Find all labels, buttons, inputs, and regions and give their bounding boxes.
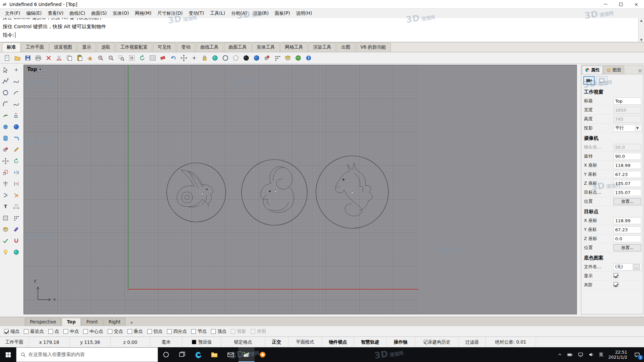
- new-file-icon[interactable]: [3, 54, 11, 62]
- help-icon[interactable]: ?: [304, 54, 313, 62]
- menu-item-edit[interactable]: 编辑(E): [23, 9, 45, 18]
- volume-icon[interactable]: [586, 347, 597, 362]
- array-tool-icon[interactable]: [11, 213, 21, 223]
- control-points-icon[interactable]: [190, 54, 199, 62]
- viewport-tab-perspective[interactable]: Perspective: [25, 318, 61, 326]
- osnap-point-checkbox[interactable]: [48, 329, 53, 334]
- osnap-project[interactable]: 投影: [231, 328, 246, 335]
- rabbit-medallion[interactable]: [177, 170, 213, 207]
- osnap-vertex-checkbox[interactable]: [211, 329, 216, 334]
- toolbar-tab-visibility[interactable]: 可见性: [153, 43, 176, 52]
- osnap-perp[interactable]: 垂点: [127, 328, 143, 335]
- print-icon[interactable]: [34, 54, 43, 62]
- osnap-cen-checkbox[interactable]: [83, 329, 88, 334]
- edge-icon[interactable]: [190, 347, 206, 362]
- gear-icon[interactable]: [1, 145, 10, 154]
- command-scrollbar[interactable]: ▲ ▼: [638, 18, 644, 42]
- toolbar-tab-set-view[interactable]: 设置视图: [49, 43, 77, 52]
- osnap-quad-checkbox[interactable]: [167, 329, 172, 334]
- osnap-near-checkbox[interactable]: [24, 329, 29, 334]
- status-osnap[interactable]: 物件锁点: [322, 337, 354, 347]
- menu-item-panels[interactable]: 面板(P): [272, 9, 293, 18]
- fillet-icon[interactable]: [1, 99, 10, 109]
- viewport-tab-top[interactable]: Top: [62, 318, 80, 326]
- options-gear-icon[interactable]: [263, 54, 271, 62]
- grid-table-icon[interactable]: [148, 54, 157, 62]
- paste-icon[interactable]: [75, 54, 84, 62]
- drop-icon[interactable]: [11, 247, 21, 257]
- lamp-icon[interactable]: [1, 247, 10, 257]
- scroll-down-icon[interactable]: ▼: [640, 38, 643, 42]
- mail-icon[interactable]: [222, 347, 238, 362]
- menu-item-dimension[interactable]: 尺寸标注(D): [155, 9, 186, 18]
- osnap-tan-checkbox[interactable]: [147, 329, 152, 334]
- toolbar-tab-viewport-layout[interactable]: 工作视窗配置: [116, 43, 152, 52]
- language-indicator[interactable]: 英: [597, 347, 606, 362]
- save-icon[interactable]: [23, 54, 32, 62]
- scale-icon[interactable]: [1, 168, 10, 177]
- panel-gear-icon[interactable]: [638, 68, 642, 73]
- taskbar-search-box[interactable]: 在这里输入你要搜索的内容: [16, 347, 158, 362]
- show-checkbox[interactable]: [613, 273, 618, 278]
- move-tool-icon[interactable]: [1, 156, 10, 166]
- viewport-tab-right[interactable]: Right: [104, 318, 126, 326]
- osnap-end[interactable]: 端点: [4, 328, 19, 335]
- render-white-icon[interactable]: [231, 54, 240, 62]
- viewport-tab-front[interactable]: Front: [82, 318, 103, 326]
- media-app-icon[interactable]: [255, 347, 271, 362]
- goat-medallion-point[interactable]: [275, 191, 276, 192]
- projection-dropdown-icon[interactable]: ▼: [635, 125, 640, 131]
- action-center-icon[interactable]: 5: [630, 347, 644, 362]
- panel-value-cam-x[interactable]: 118.99: [613, 162, 641, 169]
- panel-value-tx[interactable]: 118.99: [613, 217, 641, 224]
- scroll-up-icon[interactable]: ▲: [640, 19, 643, 22]
- delete-icon[interactable]: [44, 54, 53, 62]
- toolbar-tab-curve-tools[interactable]: 曲线工具: [196, 43, 223, 52]
- curve-icon[interactable]: [11, 76, 21, 86]
- point-icon[interactable]: [11, 65, 21, 74]
- menu-item-file[interactable]: 文件(F): [2, 9, 23, 18]
- wallpaper-button[interactable]: [596, 76, 607, 85]
- toolbar-tab-display[interactable]: 显示: [77, 43, 96, 52]
- zoom-extents-icon[interactable]: [127, 54, 136, 62]
- mirror-icon[interactable]: [11, 168, 21, 177]
- pencil-icon[interactable]: [11, 145, 21, 154]
- split-icon[interactable]: [11, 179, 21, 188]
- goat-medallion-circle[interactable]: [241, 160, 307, 225]
- tab-layers[interactable]: 图层: [603, 66, 624, 74]
- tray-expand-icon[interactable]: [555, 347, 565, 362]
- menu-item-render[interactable]: 渲染(R): [250, 9, 272, 18]
- goat-medallion[interactable]: [261, 167, 294, 213]
- panel-value-filename[interactable]: (无)...: [613, 263, 641, 270]
- viewport-properties-button[interactable]: [583, 76, 595, 85]
- block-icon[interactable]: [1, 225, 10, 234]
- taskbar-clock[interactable]: 22:51 2021/1/2: [606, 350, 630, 360]
- panel-value-ty[interactable]: 67.23: [613, 226, 641, 233]
- select-icon[interactable]: [1, 65, 10, 74]
- zoom-window-icon[interactable]: [117, 54, 126, 62]
- browse-button[interactable]: ...: [633, 264, 640, 270]
- menu-item-solid[interactable]: 实体(O): [110, 9, 132, 18]
- tab-properties[interactable]: 属性: [582, 66, 603, 74]
- status-cplane[interactable]: 工作平面: [0, 337, 29, 347]
- osnap-near[interactable]: 最近点: [24, 328, 44, 335]
- menu-item-mesh[interactable]: 网格(M): [132, 9, 154, 18]
- panel-value-rotation[interactable]: 90.0: [613, 153, 641, 160]
- shaded-view-icon[interactable]: [211, 54, 219, 62]
- panel-button-tplace[interactable]: 放置...: [613, 244, 641, 251]
- osnap-end-checkbox[interactable]: [4, 329, 9, 334]
- menu-item-analyze[interactable]: 分析(A): [228, 9, 250, 18]
- circle-icon[interactable]: [1, 88, 10, 97]
- osnap-vertex[interactable]: 顶点: [211, 328, 226, 335]
- osnap-quad[interactable]: 四分点: [167, 328, 187, 335]
- status-planar[interactable]: 平面模式: [288, 337, 322, 347]
- osnap-project-checkbox[interactable]: [231, 329, 235, 334]
- cylinder-icon[interactable]: [1, 133, 10, 143]
- dimension-icon[interactable]: 12: [11, 202, 21, 211]
- grayscale-checkbox[interactable]: [613, 282, 618, 287]
- join-icon[interactable]: [1, 190, 10, 200]
- pan-view-icon[interactable]: [86, 54, 95, 62]
- toolbar-tab-solid-tools[interactable]: 实体工具: [252, 43, 280, 52]
- status-default[interactable]: 预设值: [182, 337, 221, 347]
- rotate-view-icon[interactable]: [138, 54, 147, 62]
